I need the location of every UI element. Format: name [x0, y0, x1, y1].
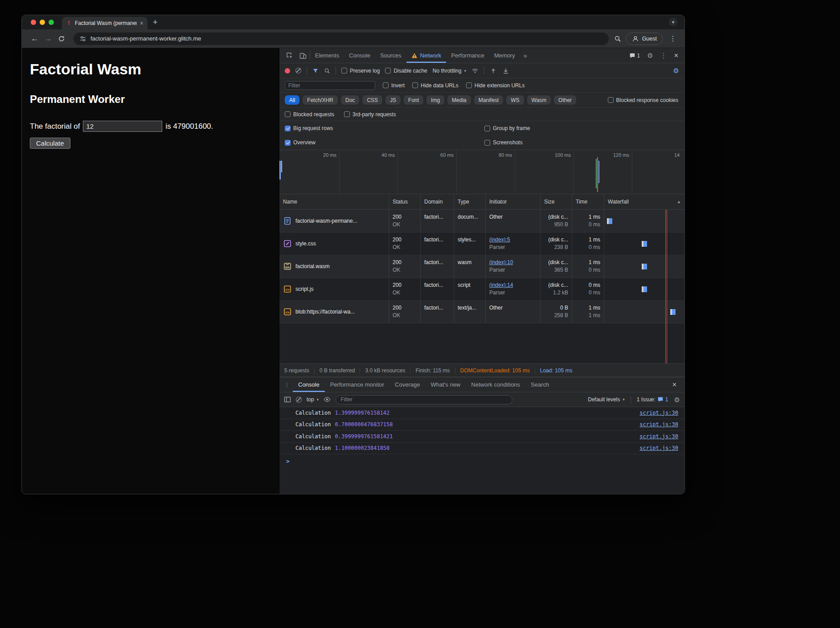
chip-img[interactable]: Img [426, 95, 444, 105]
drawer-tab-network-conditions[interactable]: Network conditions [466, 377, 525, 392]
chip-fetch-xhr[interactable]: Fetch/XHR [303, 95, 338, 105]
column-domain[interactable]: Domain [421, 194, 454, 209]
chip-all[interactable]: All [285, 95, 299, 105]
drawer-tab-search[interactable]: Search [525, 377, 554, 392]
throttling-select[interactable]: No throttling ▾ [433, 68, 466, 74]
browser-menu-button[interactable]: ⋮ [668, 34, 678, 43]
profile-button[interactable]: Guest [626, 33, 663, 45]
tab-sources[interactable]: Sources [375, 48, 406, 63]
source-link[interactable]: script.js:30 [639, 421, 678, 428]
table-row[interactable]: style.css 200 OK factori... styles... [279, 232, 684, 255]
calculate-button[interactable]: Calculate [30, 138, 70, 149]
chip-other[interactable]: Other [554, 95, 576, 105]
table-row[interactable]: script.js 200 OK factori... script [279, 278, 684, 301]
filter-icon[interactable] [312, 68, 319, 74]
new-tab-button[interactable]: + [153, 18, 158, 26]
network-filter-input[interactable] [285, 81, 375, 90]
blocked-response-cookies-checkbox[interactable]: Blocked response cookies [608, 97, 679, 103]
device-toolbar-button[interactable] [296, 48, 310, 63]
chip-doc[interactable]: Doc [341, 95, 359, 105]
drawer-tab-performance-monitor[interactable]: Performance monitor [325, 377, 389, 392]
export-har-icon[interactable] [502, 67, 509, 74]
console-sidebar-icon[interactable] [284, 396, 291, 403]
live-expression-eye-icon[interactable] [324, 396, 331, 403]
url-bar[interactable]: factorial-wasm-permanent-worker.glitch.m… [74, 33, 609, 45]
issues-counter[interactable]: 1 [629, 53, 640, 59]
table-row[interactable]: blob:https://factorial-wa... 200 OK fact… [279, 301, 684, 323]
preserve-log-checkbox[interactable]: Preserve log [341, 68, 380, 74]
console-prompt-icon[interactable]: > [279, 454, 684, 465]
chip-font[interactable]: Font [404, 95, 423, 105]
site-settings-icon[interactable] [79, 35, 86, 42]
console-message[interactable]: Calculation 0.3999999761581421 script.js… [279, 431, 684, 443]
column-waterfall[interactable]: Waterfall ▲ [604, 194, 684, 209]
tab-elements[interactable]: Elements [310, 48, 344, 63]
search-icon[interactable] [324, 68, 330, 74]
network-overview-timeline[interactable]: 20 ms 40 ms 60 ms 80 ms 100 ms 120 ms 14 [279, 150, 684, 194]
record-button[interactable] [285, 68, 290, 73]
column-initiator[interactable]: Initiator [486, 194, 541, 209]
hide-extension-urls-checkbox[interactable]: Hide extension URLs [466, 82, 525, 89]
chip-js[interactable]: JS [385, 95, 401, 105]
drawer-tab-coverage[interactable]: Coverage [389, 377, 425, 392]
factorial-input[interactable] [83, 121, 162, 132]
group-by-frame-checkbox[interactable]: Group by frame [484, 125, 530, 131]
source-link[interactable]: script.js:30 [639, 445, 678, 451]
clear-network-log-button[interactable] [295, 68, 301, 73]
hide-data-urls-checkbox[interactable]: Hide data URLs [412, 82, 459, 89]
network-settings-icon[interactable]: ⚙ [673, 67, 679, 74]
column-time[interactable]: Time [572, 194, 604, 209]
forward-button[interactable]: → [41, 32, 55, 45]
console-message[interactable]: Calculation 1.399999976158142 script.js:… [279, 407, 684, 419]
request-name-cell[interactable]: script.js [279, 278, 389, 300]
column-size[interactable]: Size [541, 194, 572, 209]
request-name-cell[interactable]: blob:https://factorial-wa... [279, 301, 389, 323]
column-type[interactable]: Type [454, 194, 486, 209]
tab-close-icon[interactable]: × [140, 20, 143, 27]
reload-button[interactable] [55, 32, 68, 45]
zoom-icon[interactable] [614, 35, 621, 42]
back-button[interactable]: ← [28, 32, 41, 45]
request-name-cell[interactable]: factorial.wasm [279, 255, 389, 277]
maximize-window-button[interactable] [49, 20, 54, 25]
source-link[interactable]: script.js:30 [639, 410, 678, 416]
table-row[interactable]: factorial-wasm-permane... 200 OK factori… [279, 210, 684, 232]
disable-cache-checkbox[interactable]: Disable cache [385, 68, 427, 74]
initiator-link[interactable]: (index):10 [489, 259, 537, 266]
network-conditions-icon[interactable] [471, 67, 479, 74]
request-name-cell[interactable]: factorial-wasm-permane... [279, 210, 389, 232]
blocked-requests-checkbox[interactable]: Blocked requests [285, 111, 334, 118]
context-selector[interactable]: top ▾ [307, 396, 319, 403]
import-har-icon[interactable] [490, 67, 497, 74]
tab-memory[interactable]: Memory [489, 48, 520, 63]
column-status[interactable]: Status [389, 194, 421, 209]
console-settings-icon[interactable]: ⚙ [674, 396, 680, 403]
screenshots-checkbox[interactable]: Screenshots [484, 139, 523, 146]
third-party-requests-checkbox[interactable]: 3rd-party requests [344, 111, 396, 118]
log-levels-select[interactable]: Default levels ▾ [588, 396, 625, 403]
big-request-rows-checkbox[interactable]: Big request rows [285, 125, 333, 131]
drawer-tab-whats-new[interactable]: What's new [425, 377, 466, 392]
chip-wasm[interactable]: Wasm [527, 95, 551, 105]
overview-checkbox[interactable]: Overview [285, 139, 316, 146]
source-link[interactable]: script.js:30 [639, 433, 678, 440]
initiator-link[interactable]: (index):14 [489, 281, 537, 289]
drawer-tab-console[interactable]: Console [293, 377, 325, 392]
console-filter-input[interactable] [336, 395, 512, 404]
chip-css[interactable]: CSS [362, 95, 382, 105]
devtools-settings-icon[interactable]: ⚙ [647, 52, 653, 59]
drawer-close-button[interactable]: × [672, 377, 683, 392]
minimize-window-button[interactable] [40, 20, 45, 25]
table-row[interactable]: factorial.wasm 200 OK factori... wasm [279, 255, 684, 278]
tab-performance[interactable]: Performance [446, 48, 489, 63]
chip-ws[interactable]: WS [506, 95, 524, 105]
close-window-button[interactable] [31, 20, 36, 25]
more-tabs-icon[interactable]: » [520, 48, 531, 63]
tab-console[interactable]: Console [344, 48, 375, 63]
chip-manifest[interactable]: Manifest [474, 95, 503, 105]
devtools-menu-icon[interactable]: ⋮ [660, 52, 667, 59]
column-name[interactable]: Name [279, 194, 389, 209]
inspect-element-button[interactable] [283, 48, 296, 63]
clear-console-button[interactable] [296, 397, 302, 403]
console-issues-link[interactable]: 1 Issue: 1 [637, 396, 668, 403]
